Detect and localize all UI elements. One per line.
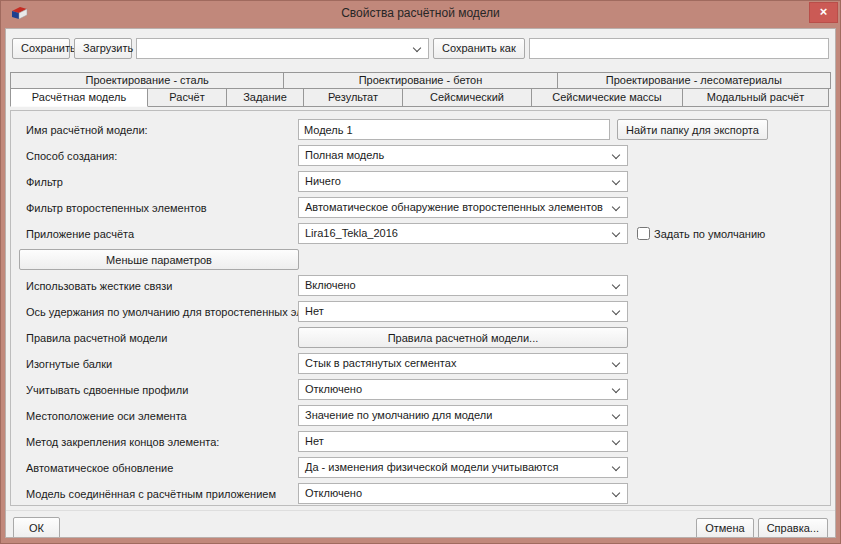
auto-update-select[interactable]: Да - изменения физической модели учитыва…: [298, 457, 628, 478]
form-row: Приложение расчёта Lira16_Tekla_2016 Зад…: [19, 223, 822, 244]
chevron-down-icon: [612, 463, 620, 471]
form-row: Автоматическое обновление Да - изменения…: [19, 457, 822, 478]
secondary-filter-select[interactable]: Автоматическое обнаружение второстепенны…: [298, 197, 628, 218]
form-row: Способ создания: Полная модель: [19, 145, 822, 166]
save-as-button[interactable]: Сохранить как: [433, 38, 525, 59]
select-value: Отключено: [305, 487, 362, 499]
form-row: Метод закрепления концов элемента: Нет: [19, 431, 822, 452]
model-rules-label: Правила расчетной модели: [19, 332, 298, 344]
analysis-model-form: Имя расчётной модели: Найти папку для эк…: [10, 110, 831, 506]
chevron-down-icon: [413, 43, 421, 51]
select-value: Отключено: [305, 383, 362, 395]
form-row: Фильтр второстепенных элементов Автомати…: [19, 197, 822, 218]
dialog-window: Свойства расчётной модели × Сохранить За…: [0, 0, 841, 544]
select-value: Нет: [305, 435, 324, 447]
creation-method-select[interactable]: Полная модель: [298, 145, 628, 166]
tab-seismic-masses[interactable]: Сейсмические массы: [531, 88, 683, 107]
connected-model-label: Модель соединённая с расчётным приложени…: [19, 488, 298, 500]
tab-output[interactable]: Результат: [303, 88, 403, 107]
help-button[interactable]: Справка...: [758, 518, 828, 539]
tab-strips: Проектирование - сталь Проектирование - …: [10, 72, 831, 107]
select-value: Полная модель: [305, 149, 384, 161]
form-row: Ось удержания по умолчанию для второстеп…: [19, 301, 822, 322]
chevron-down-icon: [612, 489, 620, 497]
chevron-down-icon: [612, 281, 620, 289]
select-value: Нет: [305, 305, 324, 317]
filter-label: Фильтр: [19, 176, 298, 188]
save-as-input[interactable]: [529, 38, 829, 59]
save-button[interactable]: Сохранить: [12, 38, 70, 59]
find-export-folder-button[interactable]: Найти папку для экспорта: [617, 119, 768, 140]
filter-select[interactable]: Ничего: [298, 171, 628, 192]
chevron-down-icon: [612, 437, 620, 445]
footer-bar: ОК Отмена Справка...: [6, 510, 835, 538]
model-name-label: Имя расчётной модели:: [19, 124, 298, 136]
titlebar: Свойства расчётной модели ×: [1, 1, 840, 28]
secondary-axis-label: Ось удержания по умолчанию для второстеп…: [19, 306, 298, 318]
connected-model-select[interactable]: Отключено: [298, 483, 628, 504]
twin-profiles-label: Учитывать сдвоенные профили: [19, 384, 298, 396]
cancel-button[interactable]: Отмена: [696, 518, 753, 539]
select-value: Стык в растянутых сегментах: [305, 357, 456, 369]
tab-analysis[interactable]: Расчёт: [147, 88, 227, 107]
select-value: Ничего: [305, 175, 341, 187]
select-value: Да - изменения физической модели учитыва…: [305, 461, 558, 473]
chevron-down-icon: [612, 203, 620, 211]
secondary-axis-select[interactable]: Нет: [298, 301, 628, 322]
select-value: Включено: [305, 279, 356, 291]
axis-location-select[interactable]: Значение по умолчанию для модели: [298, 405, 628, 426]
chevron-down-icon: [612, 307, 620, 315]
chevron-down-icon: [612, 229, 620, 237]
axis-location-label: Местоположение оси элемента: [19, 410, 298, 422]
set-as-default-checkbox-input[interactable]: [637, 227, 650, 240]
set-as-default-label: Задать по умолчанию: [654, 228, 765, 240]
design-tab-row: Проектирование - сталь Проектирование - …: [10, 72, 831, 89]
tab-design-steel[interactable]: Проектирование - сталь: [10, 72, 284, 89]
tab-job[interactable]: Задание: [226, 88, 304, 107]
chevron-down-icon: [612, 151, 620, 159]
form-row: Изогнутые балки Стык в растянутых сегмен…: [19, 353, 822, 374]
fewer-parameters-button[interactable]: Меньше параметров: [19, 249, 299, 270]
rigid-links-label: Использовать жесткие связи: [19, 280, 298, 292]
curved-beams-select[interactable]: Стык в растянутых сегментах: [298, 353, 628, 374]
tab-analysis-model[interactable]: Расчётная модель: [10, 88, 148, 107]
chevron-down-icon: [612, 385, 620, 393]
select-value: Lira16_Tekla_2016: [305, 227, 398, 239]
window-title: Свойства расчётной модели: [1, 6, 840, 20]
client-area: Сохранить Загрузить Сохранить как Проект…: [5, 28, 836, 538]
twin-profiles-select[interactable]: Отключено: [298, 379, 628, 400]
analysis-application-label: Приложение расчёта: [19, 228, 298, 240]
auto-update-label: Автоматическое обновление: [19, 462, 298, 474]
preset-toolbar: Сохранить Загрузить Сохранить как: [12, 37, 829, 59]
preset-combo[interactable]: [136, 38, 429, 59]
select-value: Значение по умолчанию для модели: [305, 409, 492, 421]
form-row: Учитывать сдвоенные профили Отключено: [19, 379, 822, 400]
form-row: Использовать жесткие связи Включено: [19, 275, 822, 296]
chevron-down-icon: [612, 359, 620, 367]
form-row: Имя расчётной модели: Найти папку для эк…: [19, 119, 822, 140]
main-tab-row: Расчётная модель Расчёт Задание Результа…: [10, 89, 831, 107]
load-button[interactable]: Загрузить: [74, 38, 132, 59]
model-name-input[interactable]: [298, 119, 610, 140]
chevron-down-icon: [612, 177, 620, 185]
tab-modal-analysis[interactable]: Модальный расчёт: [682, 88, 829, 107]
secondary-filter-label: Фильтр второстепенных элементов: [19, 202, 298, 214]
end-release-method-label: Метод закрепления концов элемента:: [19, 436, 298, 448]
chevron-down-icon: [612, 411, 620, 419]
analysis-model-rules-button[interactable]: Правила расчетной модели...: [298, 327, 628, 348]
analysis-application-select[interactable]: Lira16_Tekla_2016: [298, 223, 628, 244]
form-row: Местоположение оси элемента Значение по …: [19, 405, 822, 426]
form-row: Модель соединённая с расчётным приложени…: [19, 483, 822, 504]
form-row: Правила расчетной модели Правила расчетн…: [19, 327, 822, 348]
tab-design-concrete[interactable]: Проектирование - бетон: [283, 72, 557, 89]
set-as-default-checkbox[interactable]: Задать по умолчанию: [637, 227, 765, 240]
form-row: Фильтр Ничего: [19, 171, 822, 192]
ok-button[interactable]: ОК: [13, 517, 60, 538]
tab-design-timber[interactable]: Проектирование - лесоматериалы: [557, 72, 831, 89]
tab-seismic[interactable]: Сейсмический: [402, 88, 532, 107]
end-release-method-select[interactable]: Нет: [298, 431, 628, 452]
rigid-links-select[interactable]: Включено: [298, 275, 628, 296]
close-icon[interactable]: ×: [809, 2, 838, 23]
curved-beams-label: Изогнутые балки: [19, 358, 298, 370]
creation-method-label: Способ создания:: [19, 150, 298, 162]
